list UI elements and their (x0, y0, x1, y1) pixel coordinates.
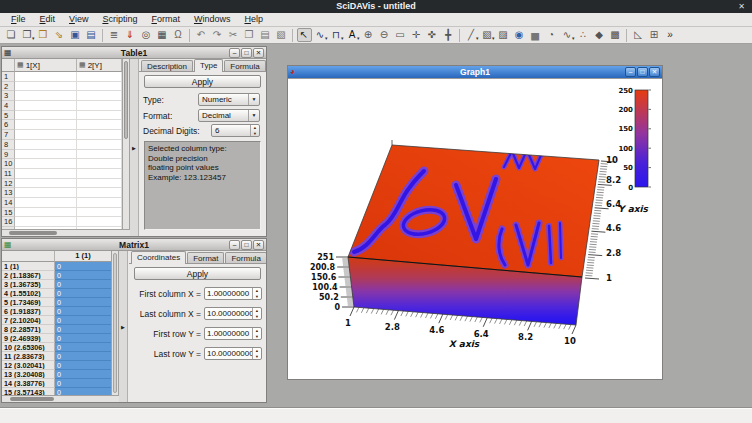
tab-type[interactable]: Type (194, 59, 223, 72)
table-cell[interactable] (15, 72, 77, 82)
matrix-cell[interactable]: 0 (55, 352, 111, 361)
add-image-button[interactable]: ▧▾ (480, 28, 495, 42)
table-cell[interactable] (77, 140, 122, 150)
copy-button[interactable]: ❐ (242, 28, 257, 42)
row-header[interactable]: 6 (1.91837) (2, 307, 55, 316)
matrix-cell[interactable]: 0 (55, 262, 111, 271)
maximize-icon[interactable]: □ (241, 48, 252, 58)
spin-value[interactable]: 10.00000000 (205, 308, 252, 319)
table-cell[interactable] (15, 188, 77, 198)
spin-arrows[interactable]: ▴▾ (252, 348, 261, 359)
import-ascii-button[interactable]: ⇘ (52, 28, 67, 42)
new-project-button[interactable]: ❏ (4, 28, 19, 42)
panel-collapse-handle[interactable]: ▶ (119, 251, 128, 402)
matrix-cell[interactable]: 0 (55, 316, 111, 325)
column-header-2[interactable]: ▦ 2[Y] (77, 59, 122, 72)
table-cell[interactable] (15, 150, 77, 160)
menu-file[interactable]: File (4, 13, 33, 26)
matrix-cell[interactable]: 0 (55, 289, 111, 298)
minimize-icon[interactable]: – (229, 48, 240, 58)
matrix-cell[interactable]: 0 (55, 307, 111, 316)
spin-arrows[interactable]: ▴▾ (252, 308, 261, 319)
table-cell[interactable] (15, 198, 77, 208)
row-header[interactable]: 10 (2, 159, 15, 169)
row-header[interactable]: 6 (2, 120, 15, 130)
spin-down-icon[interactable]: ▾ (253, 294, 261, 300)
row-header[interactable]: 13 (3.20408) (2, 370, 55, 379)
menu-help[interactable]: Help (237, 13, 270, 26)
table-cell[interactable] (15, 130, 77, 140)
matrix-cell[interactable]: 0 (55, 370, 111, 379)
table-cell[interactable] (15, 111, 77, 121)
row-header[interactable]: 11 (2.83673) (2, 352, 55, 361)
plot-surface-button[interactable]: ◆ (592, 28, 607, 42)
row-header[interactable]: 8 (2, 140, 15, 150)
table-cell[interactable] (77, 130, 122, 140)
apply-button[interactable]: Apply (144, 75, 261, 88)
screen-reader-button[interactable]: ✛ (409, 28, 424, 42)
close-icon[interactable]: ✕ (253, 240, 264, 250)
graph1-titlebar[interactable]: ◕ Graph1 – □ ✕ (288, 66, 662, 79)
scrollbar-thumb[interactable] (124, 61, 128, 139)
type-select[interactable]: Numeric ▼ (198, 93, 260, 106)
draw-line-button[interactable]: ╱▾ (464, 28, 479, 42)
matrix-cell[interactable]: 0 (55, 361, 111, 370)
table-cell[interactable] (15, 208, 77, 218)
row-header[interactable]: 9 (2.46939) (2, 334, 55, 343)
table-cell[interactable] (15, 82, 77, 92)
plot-spline-button[interactable]: ∿▾ (560, 28, 575, 42)
row-header[interactable]: 8 (2.28571) (2, 325, 55, 334)
spin-down-icon[interactable]: ▾ (251, 131, 259, 137)
add-picture-button[interactable]: ▨ (496, 28, 511, 42)
row-header[interactable]: 5 (1.73469) (2, 298, 55, 307)
table-cell[interactable] (77, 150, 122, 160)
zoom-in-button[interactable]: ⊕ (361, 28, 376, 42)
menu-format[interactable]: Format (144, 13, 187, 26)
spin-arrows[interactable]: ▴▾ (252, 328, 261, 339)
tab-description[interactable]: Description (141, 60, 193, 71)
table-cell[interactable] (15, 120, 77, 130)
table-cell[interactable] (15, 159, 77, 169)
select-data-range-button[interactable]: ╋ (441, 28, 456, 42)
spin-down-icon[interactable]: ▾ (253, 314, 261, 320)
close-icon[interactable]: ✕ (253, 48, 264, 58)
spinbox[interactable]: 1.00000000▴▾ (204, 327, 262, 340)
redo-button[interactable]: ↷ (210, 28, 225, 42)
tab-formula[interactable]: Formula (224, 60, 265, 71)
matrix-cell[interactable]: 0 (55, 280, 111, 289)
maximize-icon[interactable]: □ (241, 240, 252, 250)
row-header[interactable]: 4 (2, 101, 15, 111)
matrix1-titlebar[interactable]: ▦ Matrix1 – □ ✕ (2, 239, 266, 251)
table-cell[interactable] (77, 91, 122, 101)
cut-button[interactable]: ✂ (226, 28, 241, 42)
table-cell[interactable] (77, 188, 122, 198)
menu-edit[interactable]: Edit (33, 13, 63, 26)
scrollbar-thumb[interactable] (113, 253, 117, 393)
new-aspect-button[interactable]: ❐▾ (20, 28, 35, 42)
row-header[interactable]: 12 (3.02041) (2, 361, 55, 370)
minimize-icon[interactable]: – (229, 240, 240, 250)
scrollbar-thumb[interactable] (10, 397, 54, 401)
open-project-button[interactable]: ❒ (36, 28, 51, 42)
tab-format[interactable]: Format (187, 252, 224, 263)
format-select[interactable]: Decimal ▼ (198, 109, 260, 122)
table-cell[interactable] (15, 179, 77, 189)
row-header[interactable]: 15 (2, 208, 15, 218)
text-tool-button[interactable]: A▾ (345, 28, 360, 42)
matrix-cell[interactable]: 0 (55, 298, 111, 307)
curve-style-button[interactable]: ∿▾ (313, 28, 328, 42)
spinbox[interactable]: 10.00000000▴▾ (204, 307, 262, 320)
table-cell[interactable] (77, 101, 122, 111)
chevron-down-icon[interactable]: ▼ (248, 110, 259, 121)
matrix-cell[interactable]: 0 (55, 325, 111, 334)
scrollbar-thumb[interactable] (9, 231, 57, 235)
row-header[interactable]: 3 (2, 91, 15, 101)
table-cell[interactable] (15, 217, 77, 227)
print-preview-button[interactable]: ◎ (139, 28, 154, 42)
table-cell[interactable] (77, 169, 122, 179)
row-header[interactable]: 2 (1.18367) (2, 271, 55, 280)
table-cell[interactable] (15, 101, 77, 111)
row-header[interactable]: 10 (2.65306) (2, 343, 55, 352)
table-corner-cell[interactable] (2, 59, 15, 72)
pointer-button[interactable]: ↖ (297, 28, 312, 42)
